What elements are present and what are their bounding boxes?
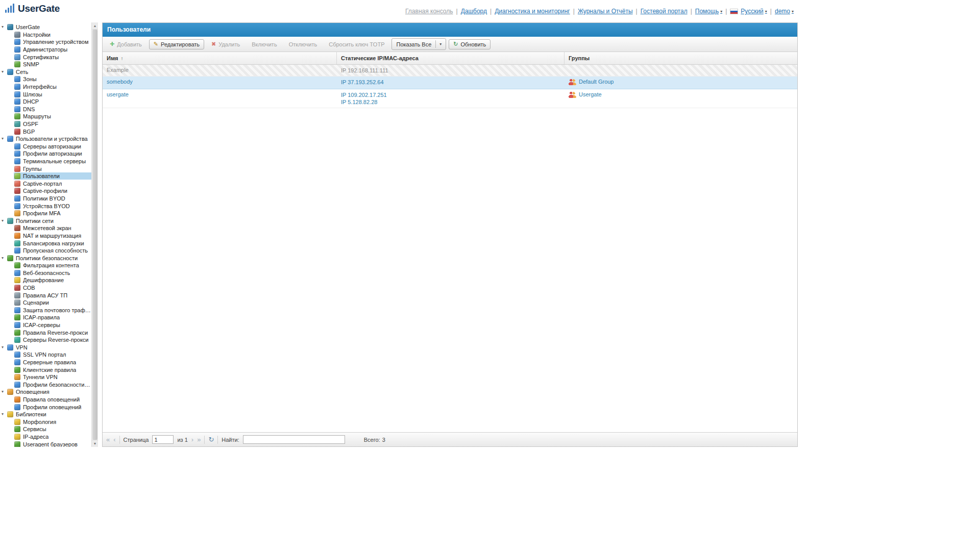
- last-page-icon[interactable]: »: [197, 436, 201, 443]
- group-link[interactable]: Default Group: [569, 79, 614, 85]
- column-label: Имя: [107, 55, 118, 61]
- sidebar-item-routes[interactable]: Маршруты: [14, 113, 91, 120]
- sidebar-item-reverse-proxy-rules[interactable]: Правила Reverse-прокси: [14, 329, 91, 336]
- refresh-button[interactable]: ↻Обновить: [449, 39, 491, 49]
- sidebar-item-certificates[interactable]: Сертификаты: [14, 53, 91, 61]
- sidebar-item-bandwidth[interactable]: Пропускная способность: [14, 247, 91, 255]
- sidebar-item-notification-profiles[interactable]: Профили оповещений: [14, 403, 91, 411]
- sidebar-item-web-security[interactable]: Веб-безопасность: [14, 269, 91, 277]
- next-page-icon[interactable]: ›: [191, 436, 193, 443]
- sidebar-item-label: Правила Reverse-прокси: [23, 330, 88, 336]
- sidebar-item-client-rules[interactable]: Клиентские правила: [14, 366, 91, 373]
- sidebar-item-icap-rules[interactable]: ICAP-правила: [14, 314, 91, 321]
- search-label: Найти:: [222, 437, 239, 443]
- screen: UserGate Главная консоль|Дашборд|Диагнос…: [0, 0, 980, 551]
- sidebar-item-ospf[interactable]: OSPF: [14, 120, 91, 128]
- enable-button[interactable]: Включить: [247, 39, 281, 49]
- sidebar-item-users[interactable]: Пользователи: [14, 172, 91, 180]
- sidebar-item-zones[interactable]: Зоны: [14, 76, 91, 83]
- sidebar-item-mail-protection[interactable]: Защита почтового трафика: [14, 307, 91, 314]
- sidebar-item-server-rules[interactable]: Серверные правила: [14, 359, 91, 366]
- user-name-link[interactable]: Example: [107, 67, 129, 73]
- sidebar-item-terminal-servers[interactable]: Терминальные серверы: [14, 158, 91, 165]
- sidebar-item-captive-portal[interactable]: Captive-портал: [14, 180, 91, 187]
- sidebar-item-byod-policies[interactable]: Политики BYOD: [14, 195, 91, 203]
- sidebar-item-ids[interactable]: СОВ: [14, 284, 91, 292]
- sidebar-group-vpn[interactable]: ▾VPN: [0, 344, 91, 352]
- sidebar-item-bgp[interactable]: BGP: [14, 128, 91, 135]
- column-header-static-ip-mac[interactable]: Статические IP/MAC-адреса: [337, 52, 565, 64]
- nav-link-guest-portal[interactable]: Гостевой портал: [641, 8, 688, 15]
- sidebar-item-morphology[interactable]: Морфология: [14, 418, 91, 425]
- edit-button[interactable]: ✎Редактировать: [149, 39, 204, 49]
- search-input[interactable]: [243, 435, 345, 444]
- column-header-groups[interactable]: Группы: [565, 52, 797, 64]
- sidebar-item-device-management[interactable]: Управление устройством: [14, 38, 91, 46]
- sidebar-item-ssl-vpn-portal[interactable]: SSL VPN портал: [14, 351, 91, 359]
- sidebar-item-ip-addresses[interactable]: IP-адреса: [14, 433, 91, 441]
- nav-link-help[interactable]: Помощь▾: [695, 8, 722, 15]
- sidebar-item-mfa-profiles[interactable]: Профили MFA: [14, 210, 91, 217]
- sidebar-item-dhcp[interactable]: DHCP: [14, 98, 91, 106]
- sidebar-group-users-devices[interactable]: ▾Пользователи и устройства: [0, 135, 91, 143]
- nav-separator: |: [725, 8, 727, 15]
- reset-totp-button[interactable]: Сбросить ключ TOTP: [324, 39, 389, 49]
- scroll-down-icon[interactable]: ▼: [92, 440, 98, 447]
- sidebar-group-notifications[interactable]: ▾Оповещения: [0, 388, 91, 396]
- refresh-icon[interactable]: ↻: [208, 436, 214, 443]
- sidebar-item-nat-routing[interactable]: NAT и маршрутизация: [14, 232, 91, 240]
- user-name-link[interactable]: usergate: [107, 91, 129, 97]
- user-name-link[interactable]: somebody: [107, 79, 133, 85]
- column-header-name[interactable]: Имя↑: [103, 52, 337, 64]
- sidebar-item-vpn-tunnels[interactable]: Туннели VPN: [14, 373, 91, 381]
- nav-link-user-menu[interactable]: demo▾: [775, 8, 794, 15]
- sidebar-item-decryption[interactable]: Дешифрование: [14, 277, 91, 284]
- sidebar-item-settings[interactable]: Настройки: [14, 31, 91, 39]
- sidebar-item-interfaces[interactable]: Интерфейсы: [14, 83, 91, 91]
- sidebar-item-scada-rules[interactable]: Правила АСУ ТП: [14, 291, 91, 299]
- group-link[interactable]: Usergate: [569, 91, 602, 98]
- nav-link-dashboard[interactable]: Дашборд: [461, 8, 487, 15]
- sidebar-item-firewall[interactable]: Межсетевой экран: [14, 224, 91, 232]
- sidebar-item-snmp[interactable]: SNMP: [14, 61, 91, 68]
- disable-button[interactable]: Отключить: [284, 39, 322, 49]
- sidebar-item-byod-devices[interactable]: Устройства BYOD: [14, 202, 91, 210]
- scrollbar-thumb[interactable]: [92, 30, 97, 440]
- sidebar-item-captive-profiles[interactable]: Captive-профили: [14, 187, 91, 195]
- sidebar-group-security-policies[interactable]: ▾Политики безопасности: [0, 254, 91, 262]
- prev-page-icon[interactable]: ‹: [113, 436, 115, 443]
- delete-button[interactable]: ✖Удалить: [207, 39, 244, 49]
- sidebar-item-administrators[interactable]: Администраторы: [14, 46, 91, 54]
- scroll-up-icon[interactable]: ▲: [92, 22, 98, 30]
- sidebar-item-groups[interactable]: Группы: [14, 165, 91, 172]
- sidebar-item-auth-profiles[interactable]: Профили авторизации: [14, 150, 91, 158]
- sidebar-group-libraries[interactable]: ▾Библиотеки: [0, 411, 91, 418]
- show-filter-button[interactable]: Показать Все▾: [391, 38, 446, 50]
- nav-link-diagnostics-monitoring[interactable]: Диагностика и мониторинг: [495, 8, 570, 15]
- sidebar-item-notification-rules[interactable]: Правила оповещений: [14, 396, 91, 404]
- add-button[interactable]: ✚Добавить: [105, 39, 146, 49]
- sidebar-group-network[interactable]: ▾Сеть: [0, 68, 91, 76]
- sidebar-scrollbar[interactable]: ▲ ▼: [91, 22, 98, 447]
- sidebar-group-network-policies[interactable]: ▾Политики сети: [0, 217, 91, 224]
- sidebar-item-vpn-security-profiles[interactable]: Профили безопасности VPN: [14, 381, 91, 389]
- sidebar-item-services[interactable]: Сервисы: [14, 425, 91, 433]
- sidebar-item-reverse-proxy-servers[interactable]: Серверы Reverse-прокси: [14, 336, 91, 344]
- nav-link-logs-reports[interactable]: Журналы и Отчёты: [578, 8, 633, 15]
- sidebar-item-auth-servers[interactable]: Серверы авторизации: [14, 143, 91, 151]
- nav-link-main-console[interactable]: Главная консоль: [405, 8, 453, 15]
- table-row-usergate[interactable]: usergateIP 109.202.17.251IP 5.128.82.28U…: [103, 89, 797, 108]
- first-page-icon[interactable]: «: [106, 436, 110, 443]
- sidebar-item-useragent-browsers[interactable]: Useragent браузеров: [14, 440, 91, 447]
- sidebar-item-gateways[interactable]: Шлюзы: [14, 90, 91, 98]
- nav-link-language[interactable]: Русский▾: [730, 8, 767, 15]
- sidebar-group-usergate[interactable]: ▾UserGate: [0, 23, 91, 31]
- sidebar-item-load-balancing[interactable]: Балансировка нагрузки: [14, 239, 91, 247]
- sidebar-item-scenarios[interactable]: Сценарии: [14, 299, 91, 307]
- table-row-Example[interactable]: ExampleIP 192.168.111.111: [103, 65, 797, 77]
- page-number-input[interactable]: [152, 435, 174, 444]
- sidebar-item-content-filtering[interactable]: Фильтрация контента: [14, 262, 91, 269]
- sidebar-item-dns[interactable]: DNS: [14, 106, 91, 113]
- sidebar-item-icap-servers[interactable]: ICAP-серверы: [14, 321, 91, 329]
- table-row-somebody[interactable]: somebodyIP 37.193.252.64Default Group: [103, 77, 797, 89]
